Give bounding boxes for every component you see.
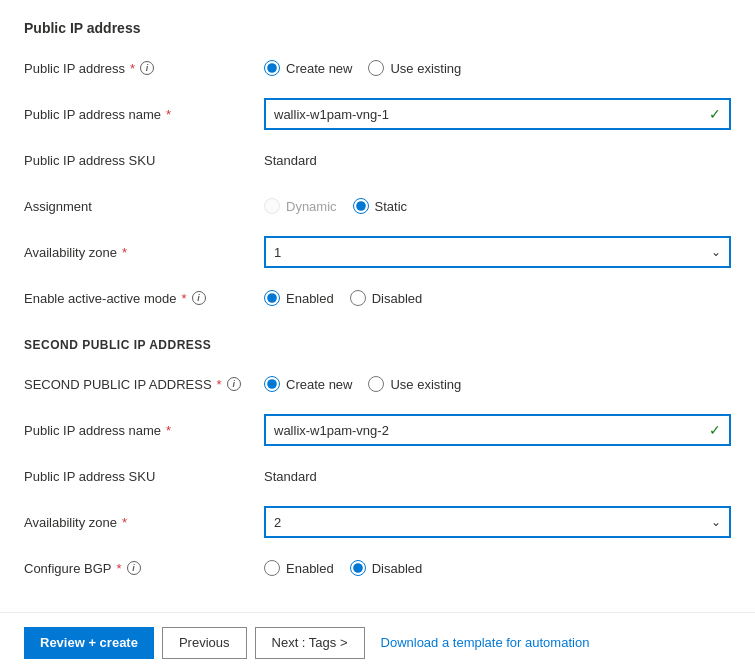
use-existing-radio-1[interactable] [368, 60, 384, 76]
public-ip-sku-row-2: Public IP address SKU Standard [24, 460, 731, 492]
previous-button[interactable]: Previous [162, 627, 247, 659]
use-existing-radio-item-1[interactable]: Use existing [368, 60, 461, 76]
static-radio-item[interactable]: Static [353, 198, 408, 214]
bgp-disabled-label[interactable]: Disabled [372, 561, 423, 576]
second-use-existing-item[interactable]: Use existing [368, 376, 461, 392]
public-ip-sku-control-1: Standard [264, 153, 731, 168]
section-title: Public IP address [24, 20, 731, 36]
check-icon-2: ✓ [709, 422, 721, 438]
required-star-7: * [122, 515, 127, 530]
public-ip-sku-control-2: Standard [264, 469, 731, 484]
availability-zone-label-1: Availability zone * [24, 245, 264, 260]
assignment-radio-group: Dynamic Static [264, 198, 731, 214]
availability-zone-select-wrapper-1: 1 2 3 Zone-redundant No Zone ⌄ [264, 236, 731, 268]
active-active-disabled-radio[interactable] [350, 290, 366, 306]
availability-zone-control-2: 1 2 3 Zone-redundant No Zone ⌄ [264, 506, 731, 538]
required-star-6: * [166, 423, 171, 438]
active-active-enabled-radio[interactable] [264, 290, 280, 306]
second-create-new-item[interactable]: Create new [264, 376, 352, 392]
availability-zone-row-2: Availability zone * 1 2 3 Zone-redundant… [24, 506, 731, 538]
second-create-new-radio[interactable] [264, 376, 280, 392]
info-icon-1[interactable]: i [140, 61, 154, 75]
bgp-enabled-label[interactable]: Enabled [286, 561, 334, 576]
second-public-ip-label: SECOND PUBLIC IP ADDRESS * i [24, 377, 264, 392]
public-ip-radio-group: Create new Use existing [264, 60, 731, 76]
create-new-radio-1[interactable] [264, 60, 280, 76]
configure-bgp-radio-group: Enabled Disabled [264, 560, 731, 576]
dynamic-label: Dynamic [286, 199, 337, 214]
review-create-button[interactable]: Review + create [24, 627, 154, 659]
second-use-existing-radio[interactable] [368, 376, 384, 392]
dynamic-radio [264, 198, 280, 214]
active-active-enabled-label[interactable]: Enabled [286, 291, 334, 306]
active-active-label: Enable active-active mode * i [24, 291, 264, 306]
input-with-check-1: ✓ [264, 98, 731, 130]
public-ip-name-label-2: Public IP address name * [24, 423, 264, 438]
availability-zone-control-1: 1 2 3 Zone-redundant No Zone ⌄ [264, 236, 731, 268]
create-new-label-1[interactable]: Create new [286, 61, 352, 76]
use-existing-label-1[interactable]: Use existing [390, 61, 461, 76]
active-active-disabled-item[interactable]: Disabled [350, 290, 423, 306]
dynamic-radio-item: Dynamic [264, 198, 337, 214]
static-label[interactable]: Static [375, 199, 408, 214]
public-ip-label: Public IP address * i [24, 61, 264, 76]
subsection-title: SECOND PUBLIC IP ADDRESS [24, 338, 731, 352]
required-star-2: * [166, 107, 171, 122]
active-active-disabled-label[interactable]: Disabled [372, 291, 423, 306]
active-active-radio-group: Enabled Disabled [264, 290, 731, 306]
public-ip-address-row: Public IP address * i Create new Use exi… [24, 52, 731, 84]
public-ip-sku-label-1: Public IP address SKU [24, 153, 264, 168]
info-icon-4[interactable]: i [127, 561, 141, 575]
availability-zone-row-1: Availability zone * 1 2 3 Zone-redundant… [24, 236, 731, 268]
bgp-enabled-item[interactable]: Enabled [264, 560, 334, 576]
check-icon-1: ✓ [709, 106, 721, 122]
availability-zone-label-2: Availability zone * [24, 515, 264, 530]
second-public-ip-row: SECOND PUBLIC IP ADDRESS * i Create new … [24, 368, 731, 400]
active-active-row: Enable active-active mode * i Enabled Di… [24, 282, 731, 314]
static-radio[interactable] [353, 198, 369, 214]
required-star-1: * [130, 61, 135, 76]
public-ip-name-row-2: Public IP address name * ✓ [24, 414, 731, 446]
sku-value-2: Standard [264, 469, 317, 484]
public-ip-sku-label-2: Public IP address SKU [24, 469, 264, 484]
ip-name-input-1[interactable] [264, 98, 731, 130]
public-ip-name-control-1: ✓ [264, 98, 731, 130]
create-new-radio-item-1[interactable]: Create new [264, 60, 352, 76]
footer: Review + create Previous Next : Tags > D… [0, 612, 755, 672]
required-star-3: * [122, 245, 127, 260]
info-icon-2[interactable]: i [192, 291, 206, 305]
input-with-check-2: ✓ [264, 414, 731, 446]
availability-zone-select-wrapper-2: 1 2 3 Zone-redundant No Zone ⌄ [264, 506, 731, 538]
public-ip-name-label-1: Public IP address name * [24, 107, 264, 122]
configure-bgp-label: Configure BGP * i [24, 561, 264, 576]
public-ip-name-row-1: Public IP address name * ✓ [24, 98, 731, 130]
assignment-label: Assignment [24, 199, 264, 214]
second-create-new-label[interactable]: Create new [286, 377, 352, 392]
availability-zone-select-1[interactable]: 1 2 3 Zone-redundant No Zone [264, 236, 731, 268]
sku-value-1: Standard [264, 153, 317, 168]
next-tags-button[interactable]: Next : Tags > [255, 627, 365, 659]
info-icon-3[interactable]: i [227, 377, 241, 391]
availability-zone-select-2[interactable]: 1 2 3 Zone-redundant No Zone [264, 506, 731, 538]
public-ip-name-control-2: ✓ [264, 414, 731, 446]
main-content: Public IP address Public IP address * i … [0, 0, 755, 600]
ip-name-input-2[interactable] [264, 414, 731, 446]
configure-bgp-row: Configure BGP * i Enabled Disabled [24, 552, 731, 584]
required-star-8: * [116, 561, 121, 576]
public-ip-sku-row-1: Public IP address SKU Standard [24, 144, 731, 176]
bgp-enabled-radio[interactable] [264, 560, 280, 576]
second-use-existing-label[interactable]: Use existing [390, 377, 461, 392]
second-public-ip-radio-group: Create new Use existing [264, 376, 731, 392]
bgp-disabled-radio[interactable] [350, 560, 366, 576]
active-active-enabled-item[interactable]: Enabled [264, 290, 334, 306]
download-template-button[interactable]: Download a template for automation [381, 635, 590, 650]
bgp-disabled-item[interactable]: Disabled [350, 560, 423, 576]
required-star-5: * [217, 377, 222, 392]
assignment-row: Assignment Dynamic Static [24, 190, 731, 222]
required-star-4: * [181, 291, 186, 306]
